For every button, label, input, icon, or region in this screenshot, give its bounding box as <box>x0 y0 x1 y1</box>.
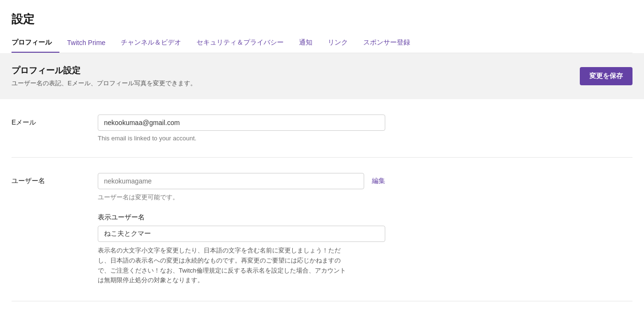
save-button[interactable]: 変更を保存 <box>580 67 632 85</box>
email-section: Eメール This email is linked to your accoun… <box>12 99 632 158</box>
username-label: ユーザー名 <box>12 173 98 185</box>
profile-banner: プロフィール設定 ユーザー名の表記、Eメール、プロフィール写真を変更できます。 … <box>0 53 644 99</box>
username-input-wrap <box>98 173 364 189</box>
email-input[interactable] <box>98 114 385 131</box>
display-name-description: 表示名の大文字小文字を変更したり、日本語の文字を含む名前に変更しましょう！ただし… <box>98 246 347 286</box>
main-content: Eメール This email is linked to your accoun… <box>0 99 644 301</box>
tab-security-privacy[interactable]: セキュリティ＆プライバシー <box>196 34 291 53</box>
email-fields: This email is linked to your account. <box>98 114 385 142</box>
username-input[interactable] <box>98 173 364 189</box>
username-section: ユーザー名 編集 ユーザー名は変更可能です。 表示ユーザー名 表示名の大文字小文… <box>12 158 632 301</box>
tab-twitch-prime[interactable]: Twitch Prime <box>67 35 113 52</box>
display-name-section: 表示ユーザー名 表示名の大文字小文字を変更したり、日本語の文字を含む名前に変更し… <box>98 213 385 286</box>
username-hint: ユーザー名は変更可能です。 <box>98 193 385 202</box>
tab-notifications[interactable]: 通知 <box>299 34 320 53</box>
page-title: 設定 <box>12 11 632 27</box>
banner-description: ユーザー名の表記、Eメール、プロフィール写真を変更できます。 <box>12 79 196 88</box>
username-fields: 編集 ユーザー名は変更可能です。 表示ユーザー名 表示名の大文字小文字を変更した… <box>98 173 385 286</box>
nav-tabs: プロフィール Twitch Prime チャンネル＆ビデオ セキュリティ＆プライ… <box>12 34 632 53</box>
header: 設定 プロフィール Twitch Prime チャンネル＆ビデオ セキュリティ＆… <box>0 0 644 53</box>
email-label: Eメール <box>12 114 98 127</box>
email-hint: This email is linked to your account. <box>98 135 385 142</box>
tab-channel-video[interactable]: チャンネル＆ビデオ <box>121 34 189 53</box>
tab-sponsor[interactable]: スポンサー登録 <box>363 34 418 53</box>
tab-links[interactable]: リンク <box>328 34 356 53</box>
banner-text: プロフィール設定 ユーザー名の表記、Eメール、プロフィール写真を変更できます。 <box>12 65 196 88</box>
tab-profile[interactable]: プロフィール <box>12 34 59 53</box>
display-name-input[interactable] <box>98 226 385 242</box>
display-name-label: 表示ユーザー名 <box>98 213 385 222</box>
username-row: 編集 <box>98 173 385 189</box>
edit-username-link[interactable]: 編集 <box>372 173 385 185</box>
page-container: 設定 プロフィール Twitch Prime チャンネル＆ビデオ セキュリティ＆… <box>0 0 644 332</box>
banner-title: プロフィール設定 <box>12 65 196 76</box>
